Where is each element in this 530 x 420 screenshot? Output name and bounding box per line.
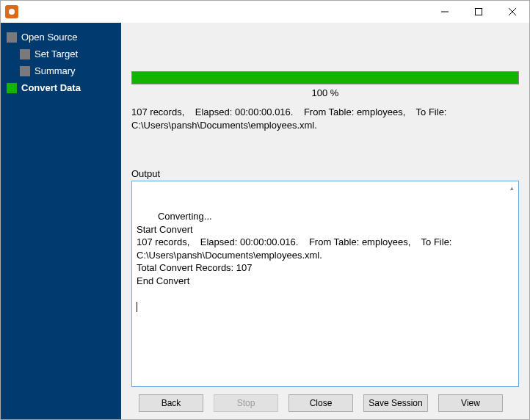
app-window: Open Source Set Target Summary Convert D…	[0, 0, 530, 420]
sidebar-item-label: Set Target	[35, 48, 78, 59]
sidebar: Open Source Set Target Summary Convert D…	[1, 23, 121, 419]
window-controls	[428, 1, 529, 23]
step-indicator-icon	[20, 66, 30, 76]
back-button[interactable]: Back	[139, 394, 203, 412]
main-panel: 100 % 107 records, Elapsed: 00:00:00.016…	[121, 23, 529, 419]
step-indicator-icon	[7, 32, 17, 43]
text-cursor	[137, 302, 137, 312]
app-icon	[5, 5, 18, 18]
view-button[interactable]: View	[438, 394, 503, 412]
button-row: Back Stop Close Save Session View	[131, 387, 519, 412]
output-label: Output	[131, 168, 519, 179]
maximize-button[interactable]	[462, 1, 495, 23]
output-textarea[interactable]: ▴ Converting... Start Convert 107 record…	[131, 181, 519, 387]
sidebar-item-label: Open Source	[21, 32, 78, 43]
close-button[interactable]: Close	[288, 394, 353, 412]
svg-rect-1	[476, 9, 482, 15]
body: Open Source Set Target Summary Convert D…	[1, 23, 529, 419]
sidebar-item-label: Convert Data	[21, 82, 81, 93]
minimize-button[interactable]	[428, 1, 462, 23]
close-window-button[interactable]	[495, 1, 529, 23]
sidebar-item-set-target[interactable]: Set Target	[1, 46, 121, 62]
status-text: 107 records, Elapsed: 00:00:00.016. From…	[131, 106, 519, 139]
progress-bar	[131, 71, 519, 84]
progress-percent: 100 %	[131, 84, 519, 106]
sidebar-item-label: Summary	[35, 65, 76, 76]
titlebar	[1, 1, 529, 23]
progress-section: 100 %	[131, 71, 519, 106]
sidebar-item-convert-data[interactable]: Convert Data	[1, 79, 121, 96]
step-indicator-icon	[20, 49, 30, 59]
step-indicator-icon	[7, 83, 17, 93]
scroll-up-icon[interactable]: ▴	[507, 183, 517, 193]
save-session-button[interactable]: Save Session	[363, 394, 428, 412]
sidebar-item-open-source[interactable]: Open Source	[1, 29, 121, 46]
nav-tree: Open Source Set Target Summary Convert D…	[1, 29, 121, 96]
stop-button[interactable]: Stop	[214, 394, 278, 412]
sidebar-item-summary[interactable]: Summary	[1, 62, 121, 79]
output-log-text: Converting... Start Convert 107 records,…	[137, 211, 454, 286]
